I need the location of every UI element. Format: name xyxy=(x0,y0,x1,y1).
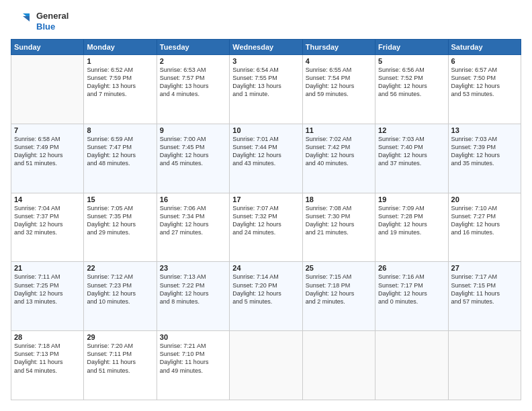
day-info-line: Daylight: 11 hours xyxy=(14,358,81,366)
day-info-line: Sunset: 7:13 PM xyxy=(14,350,81,358)
day-info-line: Daylight: 12 hours xyxy=(378,151,445,159)
day-info-line: Daylight: 11 hours xyxy=(451,289,518,298)
day-number: 15 xyxy=(87,195,153,203)
day-info-line: Sunrise: 7:17 AM xyxy=(451,273,518,281)
calendar-cell: 15Sunrise: 7:05 AMSunset: 7:35 PMDayligh… xyxy=(84,193,157,262)
weekday-header: Tuesday xyxy=(157,40,229,55)
day-info-line: and 35 minutes. xyxy=(451,159,518,167)
day-number: 2 xyxy=(160,57,226,65)
calendar-cell: 7Sunrise: 6:58 AMSunset: 7:49 PMDaylight… xyxy=(11,124,84,193)
day-info-line: and 45 minutes. xyxy=(160,159,226,167)
day-info-line: Sunset: 7:15 PM xyxy=(451,281,518,289)
day-info-line: Sunrise: 7:18 AM xyxy=(14,342,81,350)
day-number: 27 xyxy=(451,264,518,272)
day-info-line: Sunset: 7:42 PM xyxy=(306,143,372,151)
weekday-header: Monday xyxy=(84,40,157,55)
day-number: 26 xyxy=(378,264,445,272)
day-info-line: Sunrise: 7:01 AM xyxy=(232,135,299,143)
calendar-cell: 5Sunrise: 6:56 AMSunset: 7:52 PMDaylight… xyxy=(375,55,448,124)
day-number: 14 xyxy=(14,195,81,203)
day-info-line: Sunrise: 7:12 AM xyxy=(87,273,153,281)
calendar-week-row: 28Sunrise: 7:18 AMSunset: 7:13 PMDayligh… xyxy=(11,331,521,400)
day-number: 30 xyxy=(160,333,226,341)
day-info-line: Sunrise: 6:56 AM xyxy=(378,66,445,74)
calendar-cell: 9Sunrise: 7:00 AMSunset: 7:45 PMDaylight… xyxy=(157,124,229,193)
day-info-line: Daylight: 11 hours xyxy=(87,358,153,366)
day-info-line: Daylight: 12 hours xyxy=(14,220,81,228)
day-info-line: Daylight: 13 hours xyxy=(160,82,226,90)
day-info-line: and 29 minutes. xyxy=(87,228,153,236)
calendar-cell: 18Sunrise: 7:08 AMSunset: 7:30 PMDayligh… xyxy=(302,193,375,262)
calendar-cell: 4Sunrise: 6:55 AMSunset: 7:54 PMDaylight… xyxy=(302,55,375,124)
day-info-line: Sunrise: 7:11 AM xyxy=(14,273,81,281)
day-info-line: Daylight: 12 hours xyxy=(87,220,153,228)
day-number: 20 xyxy=(451,195,518,203)
day-info-line: Daylight: 12 hours xyxy=(306,82,372,90)
weekday-header: Sunday xyxy=(11,40,84,55)
day-info-line: Sunset: 7:17 PM xyxy=(378,281,445,289)
day-info-line: Sunrise: 7:09 AM xyxy=(378,204,445,212)
day-info-line: and 51 minutes. xyxy=(87,367,153,375)
day-info-line: Daylight: 12 hours xyxy=(451,220,518,228)
day-info-line: Sunset: 7:57 PM xyxy=(160,74,226,82)
day-number: 18 xyxy=(306,195,372,203)
day-info-line: and 7 minutes. xyxy=(87,90,153,98)
day-info-line: Daylight: 12 hours xyxy=(160,220,226,228)
day-info-line: Daylight: 12 hours xyxy=(451,82,518,90)
day-info-line: Sunrise: 7:00 AM xyxy=(160,135,226,143)
calendar-cell: 6Sunrise: 6:57 AMSunset: 7:50 PMDaylight… xyxy=(448,55,521,124)
day-info-line: Sunset: 7:55 PM xyxy=(232,74,299,82)
day-info-line: Sunset: 7:34 PM xyxy=(160,212,226,220)
day-info-line: and 13 minutes. xyxy=(14,298,81,306)
day-number: 7 xyxy=(14,126,81,134)
day-info-line: Sunrise: 6:52 AM xyxy=(87,66,153,74)
day-info-line: and 19 minutes. xyxy=(378,228,445,236)
day-info-line: Sunset: 7:40 PM xyxy=(378,143,445,151)
day-info-line: Sunrise: 7:03 AM xyxy=(451,135,518,143)
logo-graphic xyxy=(11,11,32,32)
day-info-line: Sunrise: 7:04 AM xyxy=(14,204,81,212)
logo: General Blue xyxy=(11,11,69,32)
logo-line2: Blue xyxy=(36,21,69,32)
day-info-line: Sunrise: 6:57 AM xyxy=(451,66,518,74)
calendar-cell: 22Sunrise: 7:12 AMSunset: 7:23 PMDayligh… xyxy=(84,262,157,331)
day-info-line: Sunset: 7:27 PM xyxy=(451,212,518,220)
day-number: 6 xyxy=(451,57,518,65)
page: General Blue SundayMondayTuesdayWednesda… xyxy=(0,0,532,411)
day-number: 8 xyxy=(87,126,153,134)
day-info-line: and 24 minutes. xyxy=(232,228,299,236)
day-info-line: Sunset: 7:37 PM xyxy=(14,212,81,220)
day-info-line: Daylight: 12 hours xyxy=(378,82,445,90)
day-number: 24 xyxy=(232,264,299,272)
day-info-line: Sunset: 7:54 PM xyxy=(306,74,372,82)
day-info-line: Sunrise: 6:59 AM xyxy=(87,135,153,143)
day-info-line: Daylight: 12 hours xyxy=(14,289,81,298)
day-number: 10 xyxy=(232,126,299,134)
day-info-line: Daylight: 12 hours xyxy=(232,220,299,228)
day-info-line: and 53 minutes. xyxy=(451,90,518,98)
day-info-line: Sunset: 7:45 PM xyxy=(160,143,226,151)
day-info-line: Daylight: 13 hours xyxy=(87,82,153,90)
weekday-header: Wednesday xyxy=(230,40,302,55)
calendar-cell: 12Sunrise: 7:03 AMSunset: 7:40 PMDayligh… xyxy=(375,124,448,193)
day-info-line: Daylight: 12 hours xyxy=(87,151,153,159)
day-info-line: Daylight: 12 hours xyxy=(160,151,226,159)
day-info-line: Sunrise: 7:14 AM xyxy=(232,273,299,281)
calendar-cell: 17Sunrise: 7:07 AMSunset: 7:32 PMDayligh… xyxy=(230,193,302,262)
calendar-cell: 23Sunrise: 7:13 AMSunset: 7:22 PMDayligh… xyxy=(157,262,229,331)
day-info-line: Sunset: 7:39 PM xyxy=(451,143,518,151)
day-info-line: Daylight: 12 hours xyxy=(378,289,445,298)
day-info-line: Daylight: 13 hours xyxy=(232,82,299,90)
day-info-line: Daylight: 12 hours xyxy=(232,151,299,159)
day-info-line: and 49 minutes. xyxy=(160,367,226,375)
day-info-line: and 1 minute. xyxy=(232,90,299,98)
day-info-line: and 56 minutes. xyxy=(378,90,445,98)
calendar-cell: 19Sunrise: 7:09 AMSunset: 7:28 PMDayligh… xyxy=(375,193,448,262)
day-number: 13 xyxy=(451,126,518,134)
day-number: 19 xyxy=(378,195,445,203)
day-info-line: and 4 minutes. xyxy=(160,90,226,98)
day-info-line: Sunset: 7:23 PM xyxy=(87,281,153,289)
day-info-line: and 48 minutes. xyxy=(87,159,153,167)
day-info-line: Sunset: 7:49 PM xyxy=(14,143,81,151)
day-info-line: Sunrise: 7:03 AM xyxy=(378,135,445,143)
